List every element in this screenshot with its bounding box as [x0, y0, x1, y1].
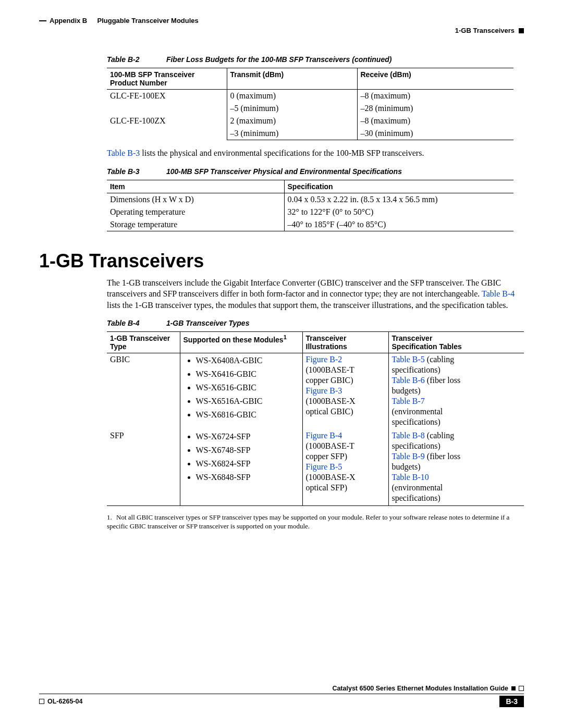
table-b3-caption: Table B-3 100-MB SFP Transceiver Physica…: [107, 167, 524, 176]
table-b2-title: Fiber Loss Budgets for the 100-MB SFP Tr…: [166, 55, 392, 64]
list-item: WS-X6816-GBIC: [196, 410, 299, 419]
guide-title: Catalyst 6500 Series Ethernet Modules In…: [332, 685, 508, 692]
appendix-label: Appendix B: [50, 17, 87, 24]
table-cell: –5 (minimum): [227, 102, 357, 115]
paragraph: Table B-3 lists the physical and environ…: [107, 147, 524, 159]
paragraph: The 1-GB transceivers include the Gigabi…: [107, 277, 524, 311]
table-cell: GBIC: [107, 353, 180, 430]
table-b2: 100-MB SFP Transceiver Product Number Tr…: [107, 68, 513, 140]
table-cell: GLC-FE-100ZX: [107, 115, 227, 140]
table-header: 1-GB Transceiver Type: [107, 332, 180, 353]
link-figure-b5[interactable]: Figure B-5: [306, 462, 385, 472]
running-header: Appendix B Pluggable Transceiver Modules…: [39, 17, 524, 34]
table-b2-num: Table B-2: [107, 55, 164, 64]
link-table-b10[interactable]: Table B-10: [392, 473, 521, 482]
table-cell: Dimensions (H x W x D): [107, 193, 284, 206]
list-item: WS-X6408A-GBIC: [196, 356, 299, 365]
table-cell: –28 (minimum): [357, 102, 513, 115]
table-cell: –3 (minimum): [227, 127, 357, 140]
list-item: WS-X6824-SFP: [196, 459, 299, 468]
table-cell: Operating temperature: [107, 206, 284, 218]
link-table-b5[interactable]: Table B-5: [392, 355, 425, 364]
link-figure-b2[interactable]: Figure B-2: [306, 355, 385, 364]
list-item: WS-X6416-GBIC: [196, 369, 299, 379]
table-header: Transceiver Specification Tables: [388, 332, 524, 353]
table-cell: –8 (maximum): [357, 115, 513, 127]
table-cell: SFP: [107, 429, 180, 506]
table-cell: WS-X6408A-GBIC WS-X6416-GBIC WS-X6516-GB…: [180, 353, 302, 430]
table-cell: –8 (maximum): [357, 90, 513, 103]
table-b3: Item Specification Dimensions (H x W x D…: [107, 180, 513, 231]
footer-square-outline-icon: [519, 686, 524, 691]
list-item: WS-X6848-SFP: [196, 473, 299, 482]
table-cell: Figure B-2 (1000BASE-T copper GBIC) Figu…: [302, 353, 388, 430]
table-cell: 32° to 122°F (0° to 50°C): [284, 206, 513, 218]
table-b2-caption: Table B-2 Fiber Loss Budgets for the 100…: [107, 55, 524, 64]
link-table-b9[interactable]: Table B-9: [392, 452, 425, 461]
table-header: Item: [107, 180, 284, 193]
link-table-b7[interactable]: Table B-7: [392, 397, 521, 406]
section-heading: 1-GB Transceivers: [39, 250, 524, 272]
footer-square-outline-icon: [39, 699, 44, 704]
list-item: WS-X6516-GBIC: [196, 383, 299, 392]
table-cell: WS-X6724-SFP WS-X6748-SFP WS-X6824-SFP W…: [180, 429, 302, 506]
table-cell: Figure B-4 (1000BASE-T copper SFP) Figur…: [302, 429, 388, 506]
table-b4-caption: Table B-4 1-GB Transceiver Types: [107, 319, 524, 327]
page-number: B-3: [499, 696, 524, 707]
doc-number: OL-6265-04: [47, 698, 82, 705]
table-cell: –30 (minimum): [357, 127, 513, 140]
table-cell: 0.04 x 0.53 x 2.22 in. (8.5 x 13.4 x 56.…: [284, 193, 513, 206]
table-header: Transmit (dBm): [227, 68, 357, 90]
table-header: Supported on these Modules1: [180, 332, 302, 353]
table-cell: Table B-8 (cabling specifications) Table…: [388, 429, 524, 506]
list-item: WS-X6516A-GBIC: [196, 397, 299, 406]
header-section: 1-GB Transceivers: [455, 27, 515, 34]
table-header: Specification: [284, 180, 513, 193]
table-cell: 2 (maximum): [227, 115, 357, 127]
table-cell: Table B-5 (cabling specifications) Table…: [388, 353, 524, 430]
table-b3-num: Table B-3: [107, 167, 164, 176]
link-table-b3[interactable]: Table B-3: [107, 149, 140, 157]
appendix-title: Pluggable Transceiver Modules: [97, 17, 198, 24]
table-header: 100-MB SFP Transceiver Product Number: [107, 68, 227, 90]
table-cell: GLC-FE-100EX: [107, 90, 227, 115]
table-cell: Storage temperature: [107, 218, 284, 231]
table-b4-footnote: 1.Not all GBIC transceiver types or SFP …: [107, 513, 524, 531]
link-table-b4[interactable]: Table B-4: [482, 289, 515, 298]
footer-square-icon: [511, 686, 516, 690]
header-square-icon: [519, 28, 524, 33]
list-item: WS-X6748-SFP: [196, 446, 299, 455]
header-dash-icon: [39, 20, 46, 21]
link-figure-b4[interactable]: Figure B-4: [306, 431, 385, 440]
table-b3-title: 100-MB SFP Transceiver Physical and Envi…: [166, 167, 402, 176]
table-b4-num: Table B-4: [107, 319, 164, 327]
table-b4-title: 1-GB Transceiver Types: [166, 319, 250, 327]
table-cell: –40° to 185°F (–40° to 85°C): [284, 218, 513, 231]
link-figure-b3[interactable]: Figure B-3: [306, 386, 385, 396]
table-header: Transceiver Illustrations: [302, 332, 388, 353]
table-header: Receive (dBm): [357, 68, 513, 90]
link-table-b8[interactable]: Table B-8: [392, 431, 425, 440]
table-cell: 0 (maximum): [227, 90, 357, 103]
list-item: WS-X6724-SFP: [196, 432, 299, 441]
link-table-b6[interactable]: Table B-6: [392, 376, 425, 385]
page-footer: Catalyst 6500 Series Ethernet Modules In…: [39, 685, 524, 707]
table-b4: 1-GB Transceiver Type Supported on these…: [107, 331, 524, 506]
